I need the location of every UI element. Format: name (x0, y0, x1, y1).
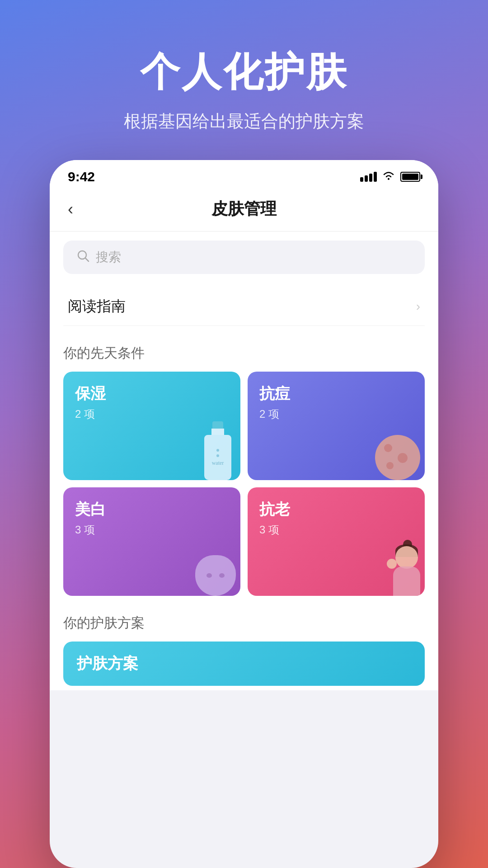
cards-grid: 保湿 2 项 water (63, 372, 425, 596)
nav-bar: ‹ 皮肤管理 (50, 189, 438, 231)
hero-section: 个人化护肤 根据基因给出最适合的护肤方案 (0, 0, 488, 160)
acne-face (375, 435, 420, 480)
phone-mockup: 9:42 ‹ 皮肤管理 (50, 160, 438, 868)
card-moisture-count: 2 项 (75, 407, 229, 421)
person-figure (384, 546, 420, 596)
svg-line-2 (85, 258, 89, 261)
card-moisture[interactable]: 保湿 2 项 water (63, 372, 240, 480)
solution-card[interactable]: 护肤方案 (63, 642, 425, 686)
person-figure-image (384, 546, 420, 596)
solution-section-title: 你的护肤方案 (63, 614, 425, 632)
person-hand (387, 559, 397, 569)
guide-section: 阅读指南 › (50, 283, 438, 335)
back-button[interactable]: ‹ (68, 200, 95, 219)
wifi-icon (382, 170, 395, 183)
bottle-neck (211, 429, 224, 435)
signal-bar-4 (374, 172, 377, 182)
card-antiaging[interactable]: 抗老 3 项 (248, 487, 425, 596)
bottle-body: water (204, 435, 231, 480)
card-antiaging-count: 3 项 (259, 523, 413, 537)
chevron-right-icon: › (416, 299, 420, 314)
bottle-dot-1 (216, 449, 219, 452)
water-bottle-image: water (200, 421, 236, 480)
hero-subtitle: 根据基因给出最适合的护肤方案 (27, 110, 461, 133)
person-body (393, 566, 420, 596)
person-head (395, 546, 418, 569)
battery-icon (400, 172, 420, 182)
bottle-text: water (212, 460, 224, 467)
acne-face-image (375, 435, 420, 480)
signal-bar-3 (369, 174, 372, 182)
app-content: 搜索 阅读指南 › 你的先天条件 保湿 2 项 (50, 231, 438, 690)
mask-eye-left (206, 573, 212, 578)
status-time: 9:42 (68, 169, 95, 184)
card-whitening-title: 美白 (75, 499, 229, 520)
search-placeholder: 搜索 (96, 249, 121, 266)
innate-section-title: 你的先天条件 (63, 344, 425, 363)
mask-eyes (206, 573, 225, 578)
acne-spot-3 (386, 462, 394, 469)
card-whitening[interactable]: 美白 3 项 (63, 487, 240, 596)
svg-point-0 (388, 178, 389, 180)
card-whitening-count: 3 项 (75, 523, 229, 537)
solution-section: 你的护肤方案 护肤方案 (50, 605, 438, 690)
guide-label: 阅读指南 (68, 297, 126, 316)
guide-row[interactable]: 阅读指南 › (63, 288, 425, 326)
search-bar[interactable]: 搜索 (63, 241, 425, 274)
battery-fill (402, 174, 418, 180)
card-acne[interactable]: 抗痘 2 项 (248, 372, 425, 480)
status-icons (360, 170, 420, 183)
bottle-cap (212, 421, 223, 429)
card-moisture-title: 保湿 (75, 383, 229, 404)
solution-card-title: 护肤方案 (77, 653, 138, 674)
mask-eye-right (219, 573, 225, 578)
search-icon (77, 250, 89, 265)
signal-icon (360, 172, 377, 182)
acne-spot-2 (398, 453, 408, 463)
search-section: 搜索 (50, 231, 438, 283)
mask-face (195, 555, 236, 596)
card-acne-title: 抗痘 (259, 383, 413, 404)
hero-title: 个人化护肤 (27, 45, 461, 99)
innate-section: 你的先天条件 保湿 2 项 water (50, 335, 438, 605)
signal-bar-1 (360, 177, 363, 182)
card-antiaging-title: 抗老 (259, 499, 413, 520)
mask-face-image (195, 555, 236, 596)
acne-spot-1 (384, 444, 392, 452)
signal-bar-2 (365, 175, 368, 182)
bottle-dot-2 (216, 454, 219, 457)
page-title: 皮肤管理 (95, 198, 393, 220)
status-bar: 9:42 (50, 160, 438, 189)
card-acne-count: 2 项 (259, 407, 413, 421)
